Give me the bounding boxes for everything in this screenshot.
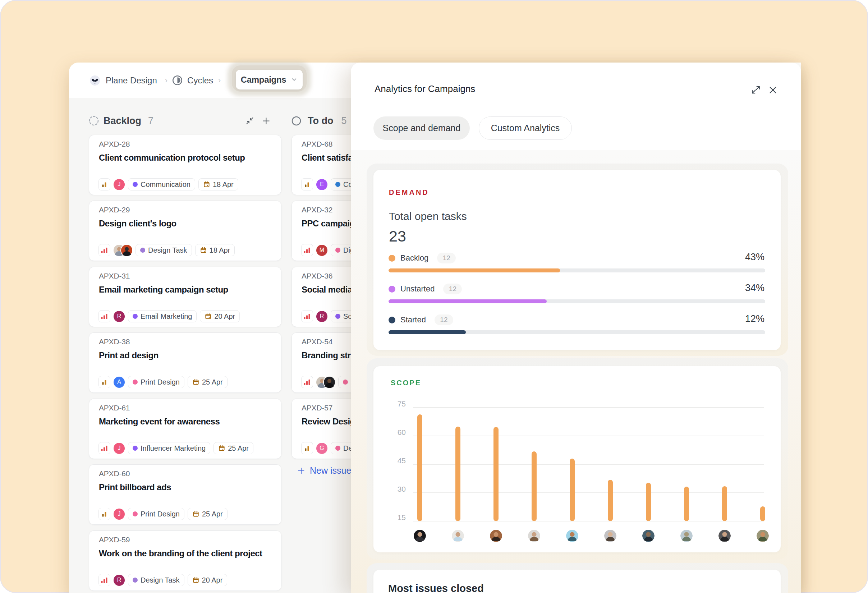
svg-text:45: 45 (397, 456, 406, 465)
svg-text:15: 15 (397, 513, 406, 521)
svg-text:30: 30 (397, 485, 406, 493)
svg-text:75: 75 (397, 400, 406, 408)
svg-text:60: 60 (397, 428, 406, 436)
